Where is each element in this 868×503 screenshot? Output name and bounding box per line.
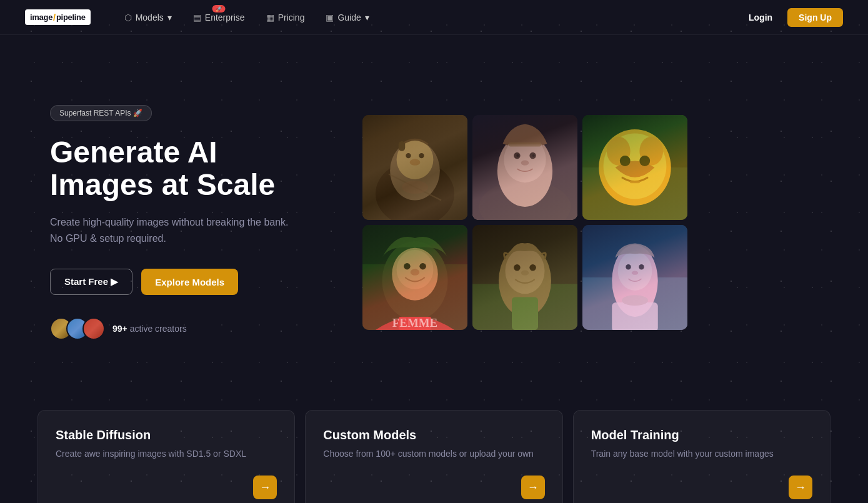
- svg-point-36: [411, 269, 420, 276]
- svg-point-52: [639, 264, 644, 269]
- hero-image-4: FEMME: [362, 225, 467, 330]
- svg-point-9: [402, 181, 428, 194]
- feature-header: Custom Models Choose from 100+ custom mo…: [323, 428, 544, 461]
- svg-rect-20: [582, 115, 687, 220]
- svg-rect-10: [472, 115, 577, 220]
- pricing-icon: ▦: [266, 12, 274, 22]
- svg-rect-0: [362, 115, 467, 220]
- hero-left: Superfast REST APIs 🚀 Generate AI Images…: [50, 105, 325, 341]
- navbar: image/pipeline ⬡ Models ▾ 🚀 ▤ Enterprise…: [0, 0, 868, 35]
- hero-image-2: [472, 115, 577, 220]
- svg-text:FEMME: FEMME: [392, 316, 437, 329]
- nav-item-guide[interactable]: ▣ Guide ▾: [317, 9, 377, 26]
- svg-rect-29: [362, 225, 467, 330]
- enterprise-icon: ▤: [193, 12, 201, 22]
- hero-image-5: [472, 225, 577, 330]
- svg-point-41: [499, 245, 551, 317]
- nav-label-guide: Guide: [337, 12, 361, 22]
- svg-point-55: [622, 295, 648, 306]
- hero-image-6: [582, 225, 687, 330]
- svg-rect-30: [362, 264, 467, 330]
- svg-rect-39: [472, 225, 577, 330]
- guide-icon: ▣: [326, 12, 334, 22]
- dropdown-chevron-models: ▾: [167, 12, 172, 22]
- avatar: [82, 317, 105, 340]
- svg-point-1: [376, 161, 454, 221]
- nav-items: ⬡ Models ▾ 🚀 ▤ Enterprise ▦ Pricing ▣ Gu…: [116, 9, 741, 26]
- hero-subtitle-line1: Create high-quality images without break…: [50, 217, 289, 227]
- feature-arrow-model-training[interactable]: →: [789, 476, 812, 499]
- svg-rect-54: [612, 302, 658, 330]
- svg-rect-7: [399, 141, 406, 151]
- svg-point-13: [504, 137, 546, 183]
- social-label-text: active creators: [130, 324, 187, 334]
- start-free-button[interactable]: Start Free ▶: [50, 269, 132, 295]
- nav-item-pricing[interactable]: ▦ Pricing: [257, 9, 314, 26]
- svg-point-4: [406, 153, 411, 158]
- nav-label-models: Models: [136, 12, 164, 22]
- logo[interactable]: image/pipeline: [25, 9, 91, 25]
- hero-image-3: [582, 115, 687, 220]
- signup-button[interactable]: Sign Up: [787, 8, 843, 27]
- feature-desc-stable-diffusion: Create awe inspiring images with SD1.5 o…: [56, 447, 246, 461]
- feature-card-custom-models: Custom Models Choose from 100+ custom mo…: [305, 410, 562, 503]
- nav-item-models[interactable]: ⬡ Models ▾: [116, 9, 181, 26]
- svg-point-43: [514, 264, 521, 271]
- hero-section: Superfast REST APIs 🚀 Generate AI Images…: [0, 35, 868, 397]
- svg-point-42: [506, 248, 545, 294]
- feature-desc-model-training: Train any base model with your custom im…: [591, 447, 774, 461]
- svg-point-12: [497, 135, 552, 207]
- svg-rect-47: [582, 225, 687, 330]
- svg-point-6: [410, 159, 421, 166]
- feature-card-model-training: Model Training Train any base model with…: [573, 410, 831, 503]
- svg-point-24: [607, 137, 631, 166]
- social-proof: 99+ active creators: [50, 317, 325, 340]
- nav-item-enterprise[interactable]: 🚀 ▤ Enterprise: [184, 9, 254, 26]
- svg-rect-46: [512, 297, 538, 331]
- svg-point-33: [397, 250, 434, 289]
- svg-point-2: [390, 141, 440, 201]
- social-text: 99+ active creators: [112, 324, 187, 334]
- svg-line-8: [389, 174, 441, 201]
- logo-text-part1: image: [30, 12, 52, 22]
- svg-point-50: [618, 251, 652, 291]
- svg-point-16: [516, 154, 519, 157]
- svg-point-15: [529, 152, 536, 159]
- feature-arrow-custom-models[interactable]: →: [521, 476, 545, 499]
- hero-buttons: Start Free ▶ Explore Models: [50, 269, 325, 295]
- nav-label-pricing: Pricing: [278, 12, 305, 22]
- hero-image-grid: FEMME: [362, 115, 687, 330]
- models-icon: ⬡: [124, 12, 132, 22]
- svg-rect-19: [509, 142, 542, 146]
- dropdown-chevron-guide: ▾: [365, 12, 369, 22]
- logo-slash: /: [53, 12, 56, 22]
- feature-title-model-training: Model Training: [591, 428, 774, 442]
- feature-desc-custom-models: Choose from 100+ custom models or upload…: [323, 447, 534, 461]
- hero-subtitle-line2: No GPU & setup required.: [50, 233, 166, 244]
- svg-point-49: [612, 245, 658, 317]
- logo-text-part2: pipeline: [56, 12, 86, 22]
- login-button[interactable]: Login: [741, 9, 780, 26]
- svg-point-45: [521, 270, 529, 275]
- explore-models-button[interactable]: Explore Models: [141, 269, 238, 295]
- feature-title-custom-models: Custom Models: [323, 428, 534, 442]
- hero-title: Generate AI Images at Scale: [50, 136, 325, 202]
- social-count: 99+: [112, 324, 127, 334]
- svg-point-32: [392, 248, 438, 301]
- feature-arrow-stable-diffusion[interactable]: →: [253, 476, 277, 499]
- nav-right: Login Sign Up: [741, 8, 843, 27]
- feature-card-stable-diffusion: Stable Diffusion Create awe inspiring im…: [37, 410, 295, 503]
- svg-point-17: [532, 154, 535, 157]
- svg-rect-48: [582, 277, 687, 330]
- nav-label-enterprise: Enterprise: [205, 12, 245, 22]
- svg-rect-37: [399, 317, 432, 330]
- features-section: Stable Diffusion Create awe inspiring im…: [0, 397, 868, 503]
- hero-subtitle: Create high-quality images without break…: [50, 214, 325, 246]
- svg-rect-40: [472, 284, 577, 331]
- enterprise-badge: 🚀: [212, 5, 226, 12]
- svg-point-11: [479, 181, 571, 220]
- svg-point-14: [514, 152, 521, 159]
- svg-point-26: [620, 156, 631, 166]
- svg-point-18: [521, 160, 529, 165]
- svg-point-27: [639, 156, 650, 166]
